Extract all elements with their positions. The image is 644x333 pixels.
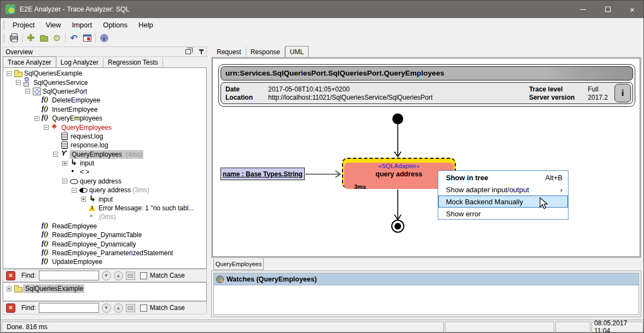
trace-icon: [60, 151, 69, 158]
tree-row[interactable]: response.log: [3, 141, 206, 150]
menu-item-show-in-tree[interactable]: Show in tree Alt+B: [438, 171, 568, 183]
expander-icon[interactable]: [25, 89, 30, 94]
pin-panel-icon[interactable]: [199, 49, 204, 55]
expander-icon[interactable]: [53, 152, 58, 157]
float-panel-icon[interactable]: [185, 49, 191, 54]
tree-row[interactable]: SqlQueriesService: [3, 78, 206, 87]
tree-row[interactable]: (0ms): [3, 213, 206, 221]
tree-row[interactable]: ReadEmployee: [3, 222, 206, 231]
find-input[interactable]: [39, 271, 99, 280]
pane-splitter[interactable]: [207, 44, 211, 317]
expander-icon[interactable]: [7, 71, 11, 76]
find-prev-button[interactable]: ▲: [114, 303, 123, 313]
menu-help[interactable]: Help: [133, 19, 159, 31]
status-cell: [445, 321, 554, 332]
uml-bottom-tab[interactable]: QueryEmployees: [213, 259, 264, 270]
state-dot-icon: [69, 168, 79, 176]
find-bar-bottom: × Find: ▼ ▲ Match Case: [3, 301, 207, 314]
tree-row[interactable]: ReadEmployee_ParameterizedStatement: [3, 249, 206, 257]
tree-row[interactable]: ReadEmployee_Dynamically: [3, 239, 206, 248]
find-prev-button[interactable]: ▲: [114, 271, 123, 280]
detail-tabs: Request Response UML: [212, 47, 309, 57]
match-case-checkbox[interactable]: [140, 272, 147, 279]
tree-row-selected[interactable]: QueryEmployees (4ms): [3, 150, 206, 159]
warning-icon: [88, 204, 97, 212]
function-icon: [42, 249, 51, 257]
expander-icon[interactable]: [7, 286, 11, 291]
minimize-button[interactable]: [571, 1, 595, 18]
project-tree: SqlQueriesExample: [3, 282, 207, 301]
menu-view[interactable]: View: [40, 19, 66, 31]
node-label: query address: [344, 170, 454, 178]
status-bar: Done. 816 ms 08.05.2017 11:04: [1, 319, 644, 332]
print-button[interactable]: [8, 33, 19, 44]
find-next-button[interactable]: ▼: [102, 271, 111, 280]
tree-row[interactable]: input: [3, 194, 206, 203]
tab-log-analyzer[interactable]: Log Analyzer: [56, 58, 103, 67]
find-input[interactable]: [39, 303, 99, 313]
tree-row[interactable]: query address (3ms): [3, 186, 206, 194]
window-title: E2E Analyzer - Trace Analyzer: SQL: [20, 5, 130, 13]
trace-tree: SqlQueriesExample SqlQueriesService SqlQ…: [3, 67, 207, 269]
expander-icon[interactable]: [72, 188, 77, 193]
close-find-button[interactable]: ×: [6, 303, 15, 313]
toolbar-grip[interactable]: [3, 33, 5, 43]
maximize-button[interactable]: [595, 1, 620, 18]
menu-item-show-adapter-io[interactable]: Show adapter input/output ›: [438, 183, 568, 196]
settings-button[interactable]: ⚙: [51, 33, 62, 44]
info-button[interactable]: i: [98, 33, 109, 44]
tree-row[interactable]: request.log: [3, 132, 206, 141]
close-find-button[interactable]: ×: [6, 271, 15, 280]
tree-row[interactable]: QueryEmployees: [3, 123, 206, 131]
undo-button[interactable]: ↶: [68, 33, 79, 44]
watches-header[interactable]: Watches (QueryEmployees): [214, 273, 639, 285]
tab-regression-tests[interactable]: Regression Tests: [103, 58, 163, 67]
watches-panel: Watches (QueryEmployees): [211, 271, 641, 317]
tree-row[interactable]: DeleteEmployee: [3, 96, 206, 105]
undo-icon: ↶: [70, 34, 77, 43]
expander-icon[interactable]: [16, 80, 21, 85]
match-case-checkbox[interactable]: [140, 305, 147, 312]
tree-row-selected[interactable]: SqlQueriesExample: [3, 284, 206, 293]
menu-project[interactable]: Project: [7, 19, 40, 31]
service-icon: [23, 79, 32, 87]
expander-icon[interactable]: [62, 179, 67, 183]
tree-row[interactable]: ReadEmployee_DynamicTable: [3, 231, 206, 239]
menu-options[interactable]: Options: [97, 19, 133, 31]
tab-request[interactable]: Request: [212, 47, 246, 57]
expander-icon[interactable]: [34, 116, 39, 121]
tree-row[interactable]: < >: [3, 168, 206, 176]
final-dot-icon: [88, 213, 97, 221]
node-stereotype: «SQLAdapter»: [344, 163, 454, 169]
find-options-button[interactable]: [126, 272, 135, 280]
find-options-button[interactable]: [126, 304, 135, 312]
menu-import[interactable]: Import: [66, 19, 97, 31]
tree-row[interactable]: Error Message: 1 "no such tabl...: [3, 204, 206, 213]
tab-trace-analyzer[interactable]: Trace Analyzer: [3, 56, 56, 67]
expander-icon[interactable]: [62, 161, 67, 166]
function-icon: [42, 231, 51, 239]
close-button[interactable]: ×: [620, 1, 644, 18]
initial-node[interactable]: [392, 113, 403, 124]
open-button[interactable]: [38, 33, 49, 44]
match-case-label: Match Case: [150, 304, 185, 312]
trace-report-button[interactable]: [82, 33, 92, 44]
new-button[interactable]: ✚: [25, 33, 36, 44]
tree-row[interactable]: SqlQueriesExample: [3, 69, 206, 78]
tab-response[interactable]: Response: [246, 47, 285, 57]
tree-row[interactable]: InsertEmployee: [3, 105, 206, 114]
parameter-node[interactable]: name : Base Types.String: [221, 168, 305, 180]
expander-icon[interactable]: [44, 125, 49, 130]
uml-diagram-panel: urn:Services.SqlQueriesPort.SqlQueriesPo…: [211, 57, 641, 258]
find-next-button[interactable]: ▼: [102, 303, 111, 313]
submenu-arrow-icon: ›: [560, 186, 562, 194]
menubar-grip[interactable]: [3, 20, 5, 30]
tree-row[interactable]: SqlQueriesPort: [3, 87, 206, 96]
tree-row[interactable]: UpdateEmployee: [3, 257, 206, 266]
tab-uml[interactable]: UML: [285, 46, 309, 57]
tree-row[interactable]: QueryEmployees: [3, 114, 206, 123]
report-window-icon: [83, 35, 91, 42]
tree-row[interactable]: input: [3, 159, 206, 168]
expander-icon[interactable]: [81, 197, 86, 202]
tree-row[interactable]: query address: [3, 177, 206, 186]
